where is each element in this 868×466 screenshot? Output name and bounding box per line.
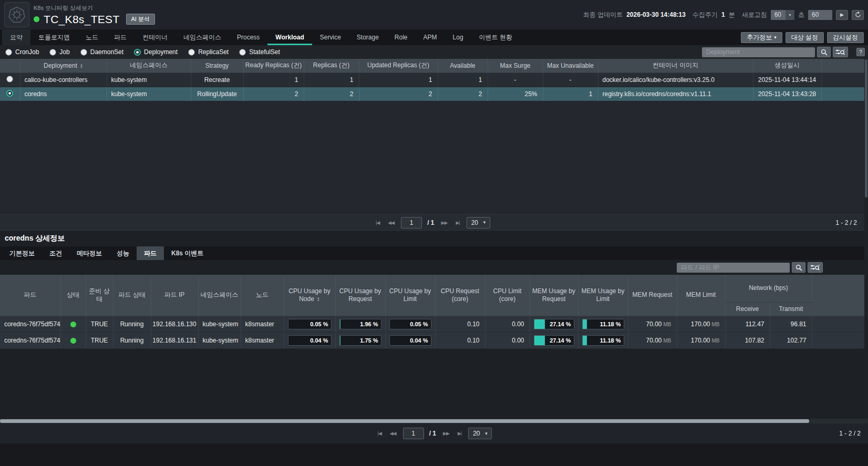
tab-event-status[interactable]: 이벤트 현황	[471, 29, 520, 45]
tab-summary[interactable]: 요약	[2, 29, 30, 45]
page-title: TC_K8s_TEST	[44, 13, 120, 26]
advanced-search-button[interactable]	[833, 47, 848, 57]
tab-pod[interactable]: 파드	[106, 29, 135, 45]
tab-container[interactable]: 컨테이너	[135, 29, 175, 45]
last-page-icon[interactable]: ▶|	[454, 220, 461, 225]
col-mem-usage-by-request[interactable]: MEM Usage by Request	[530, 275, 578, 316]
sort-icon[interactable]: ▲▼	[80, 64, 83, 69]
row-radio-cell[interactable]	[0, 87, 20, 101]
next-page-icon[interactable]: ▶▶	[440, 220, 449, 225]
search-button[interactable]	[817, 47, 831, 57]
col-cpu-request[interactable]: CPU Request (core)	[435, 275, 485, 316]
detail-tab-pod[interactable]: 파드	[137, 246, 164, 260]
prev-page-icon[interactable]: ◀◀	[386, 220, 396, 225]
col-network-receive[interactable]: Receive	[725, 302, 770, 316]
col-node[interactable]: 노드	[241, 275, 284, 316]
tab-process[interactable]: Process	[229, 29, 267, 45]
table-row-coredns-selected[interactable]: coredns kube-system RollingUpdate 2 2 2 …	[0, 87, 864, 101]
col-max-surge[interactable]: Max Surge	[488, 59, 543, 73]
col-ready-status[interactable]: 준비 상태	[86, 275, 113, 316]
detail-tab-performance[interactable]: 성능	[109, 246, 137, 260]
refresh-countdown-input[interactable]	[808, 10, 832, 20]
target-settings-button[interactable]: 대상 설정	[786, 32, 824, 43]
tab-topology-map[interactable]: 토폴로지맵	[30, 29, 78, 45]
tab-storage[interactable]: Storage	[349, 29, 387, 45]
kubernetes-logo	[4, 2, 29, 27]
row-radio-cell[interactable]	[0, 73, 20, 87]
pod-row-2[interactable]: coredns-76f75df574-g TRUE Running 192.16…	[0, 332, 864, 348]
watch-settings-button[interactable]: 감시설정	[827, 32, 864, 43]
page-number-input[interactable]	[403, 428, 424, 439]
col-pod[interactable]: 파드	[0, 275, 60, 316]
tab-service[interactable]: Service	[312, 29, 349, 45]
col-container-image[interactable]: 컨테이너 이미지	[598, 59, 753, 73]
refresh-button[interactable]	[852, 10, 864, 20]
col-pod-namespace[interactable]: 네임스페이스	[198, 275, 241, 316]
vertical-scrollbar-thumb[interactable]	[865, 59, 867, 198]
tab-node[interactable]: 노드	[78, 29, 106, 45]
sort-icon[interactable]: ▲▼	[317, 297, 320, 302]
col-network-transmit[interactable]: Transmit	[770, 302, 812, 316]
radio-replicaset[interactable]: ReplicaSet	[188, 48, 229, 56]
col-deployment[interactable]: Deployment▲▼	[20, 59, 107, 73]
ai-analysis-button[interactable]: AI 분석	[126, 14, 155, 25]
deployment-search-input[interactable]	[702, 47, 815, 57]
pod-ip-cell: 192.168.16.131	[151, 332, 198, 348]
tab-log[interactable]: Log	[445, 29, 471, 45]
detail-tab-basic-info[interactable]: 기본정보	[2, 246, 42, 260]
col-ready-replicas[interactable]: Ready Replicas (건)	[243, 59, 304, 73]
refresh-interval-select[interactable]: 60 ▼	[771, 10, 794, 20]
col-namespace[interactable]: 네임스페이스	[107, 59, 191, 73]
tab-apm[interactable]: APM	[416, 29, 445, 45]
horizontal-scrollbar-thumb[interactable]	[0, 419, 809, 423]
pod-advanced-search-button[interactable]	[808, 262, 823, 273]
page-number-input[interactable]	[401, 217, 422, 229]
table-row-calico[interactable]: calico-kube-controllers kube-system Recr…	[0, 73, 864, 87]
col-pod-ip[interactable]: 파드 IP	[151, 275, 198, 316]
col-mem-usage-by-limit[interactable]: MEM Usage by Limit	[578, 275, 628, 316]
col-updated-replicas[interactable]: Updated Replicas (건)	[359, 59, 438, 73]
col-created-at[interactable]: 생성일시	[753, 59, 821, 73]
detail-tab-conditions[interactable]: 조건	[42, 246, 69, 260]
more-info-button[interactable]: 추가정보 ▾	[741, 32, 782, 43]
pod-search-button[interactable]	[792, 262, 805, 273]
prev-page-icon[interactable]: ◀◀	[388, 431, 398, 436]
col-cpu-limit[interactable]: CPU Limit (core)	[485, 275, 530, 316]
col-mem-limit[interactable]: MEM Limit	[677, 275, 725, 316]
next-page-icon[interactable]: ▶▶	[441, 431, 451, 436]
tab-namespace[interactable]: 네임스페이스	[175, 29, 229, 45]
tab-workload[interactable]: Workload	[267, 29, 312, 45]
first-page-icon[interactable]: |◀	[376, 431, 383, 436]
page-size-select[interactable]: 20 ▼	[468, 428, 492, 439]
first-page-icon[interactable]: |◀	[374, 220, 381, 225]
play-button[interactable]: ▶	[836, 10, 848, 20]
vertical-scrollbar[interactable]	[864, 59, 868, 419]
page-size-select[interactable]: 20 ▼	[467, 217, 490, 229]
col-status[interactable]: 상태	[60, 275, 86, 316]
col-pod-status[interactable]: 파드 상태	[113, 275, 151, 316]
radio-deployment[interactable]: Deployment	[134, 48, 178, 56]
radio-cronjob[interactable]: CronJob	[5, 48, 39, 56]
detail-tab-metadata[interactable]: 메타정보	[69, 246, 109, 260]
col-replicas[interactable]: Replicas (건)	[304, 59, 359, 73]
col-cpu-usage-by-limit[interactable]: CPU Usage by Limit	[385, 275, 435, 316]
col-available[interactable]: Available	[438, 59, 488, 73]
radio-statefulset[interactable]: StatefulSet	[239, 48, 280, 56]
col-mem-request[interactable]: MEM Request	[628, 275, 677, 316]
horizontal-scrollbar[interactable]	[0, 419, 868, 423]
tab-role[interactable]: Role	[387, 29, 416, 45]
detail-tab-k8s-events[interactable]: K8s 이벤트	[164, 246, 211, 260]
pod-row-1[interactable]: coredns-76f75df574-h TRUE Running 192.16…	[0, 316, 864, 332]
container-image-cell: docker.io/calico/kube-controllers:v3.25.…	[598, 73, 753, 87]
pod-search-input[interactable]	[677, 263, 790, 273]
col-strategy[interactable]: Strategy	[191, 59, 243, 73]
radio-daemonset[interactable]: DaemonSet	[80, 48, 123, 56]
col-max-unavailable[interactable]: Max Unavailable	[543, 59, 598, 73]
radio-job[interactable]: Job	[49, 48, 69, 56]
last-page-icon[interactable]: ▶|	[456, 431, 463, 436]
last-update-label: 최종 업데이트	[583, 11, 623, 19]
col-cpu-usage-by-request[interactable]: CPU Usage by Request	[335, 275, 385, 316]
help-button[interactable]: ?	[856, 48, 865, 56]
col-cpu-usage-by-node[interactable]: CPU Usage by Node▲▼	[284, 275, 335, 316]
search-icon	[821, 49, 828, 56]
